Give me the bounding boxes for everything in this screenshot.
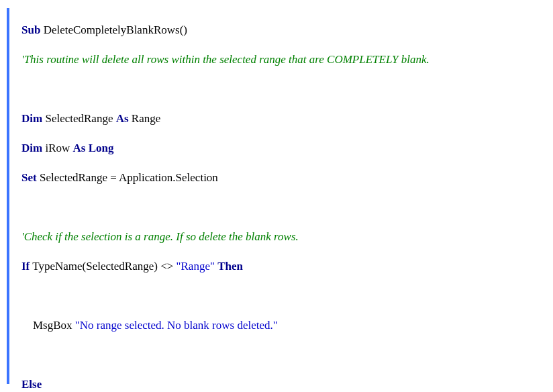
- code-line: Dim SelectedRange As Range: [21, 111, 546, 126]
- blank-line: [21, 289, 546, 303]
- var-name: iRow: [42, 142, 72, 154]
- left-border: [7, 8, 9, 384]
- comment: 'Check if the selection is a range. If s…: [21, 230, 299, 243]
- code-line: 'This routine will delete all rows withi…: [21, 52, 546, 67]
- code-line: Dim iRow As Long: [21, 141, 546, 156]
- code-line: 'Check if the selection is a range. If s…: [21, 230, 546, 244]
- sub-name: DeleteCompletelyBlankRows(): [40, 23, 187, 36]
- code-line: If TypeName(SelectedRange) <> "Range" Th…: [21, 259, 546, 274]
- keyword-long: Long: [85, 142, 113, 154]
- blank-line: [21, 82, 546, 97]
- string-literal: "No range selected. No blank rows delete…: [75, 319, 278, 332]
- blank-line: [21, 348, 546, 362]
- condition: TypeName(SelectedRange) <>: [30, 260, 176, 273]
- var-name: SelectedRange: [42, 112, 116, 125]
- keyword-sub: Sub: [21, 23, 40, 36]
- code-line: Set SelectedRange = Application.Selectio…: [21, 170, 546, 185]
- keyword-as: As: [116, 112, 129, 125]
- keyword-dim: Dim: [21, 112, 42, 125]
- blank-line: [21, 200, 546, 215]
- keyword-set: Set: [21, 171, 37, 184]
- keyword-dim: Dim: [21, 142, 42, 154]
- keyword-else: Else: [21, 378, 42, 391]
- code-content: Sub DeleteCompletelyBlankRows() 'This ro…: [21, 8, 546, 392]
- code-block: Sub DeleteCompletelyBlankRows() 'This ro…: [0, 0, 553, 392]
- code-line: Else: [21, 377, 546, 392]
- keyword-as: As: [73, 142, 86, 154]
- keyword-then: Then: [217, 260, 243, 273]
- type-name: Range: [129, 112, 161, 125]
- code-line: MsgBox "No range selected. No blank rows…: [21, 318, 546, 333]
- assignment: SelectedRange = Application.Selection: [37, 171, 218, 184]
- code-line: Sub DeleteCompletelyBlankRows(): [21, 23, 546, 38]
- msgbox-call: MsgBox: [21, 319, 75, 332]
- string-literal: "Range": [177, 260, 215, 273]
- comment: 'This routine will delete all rows withi…: [21, 53, 430, 66]
- keyword-if: If: [21, 260, 30, 273]
